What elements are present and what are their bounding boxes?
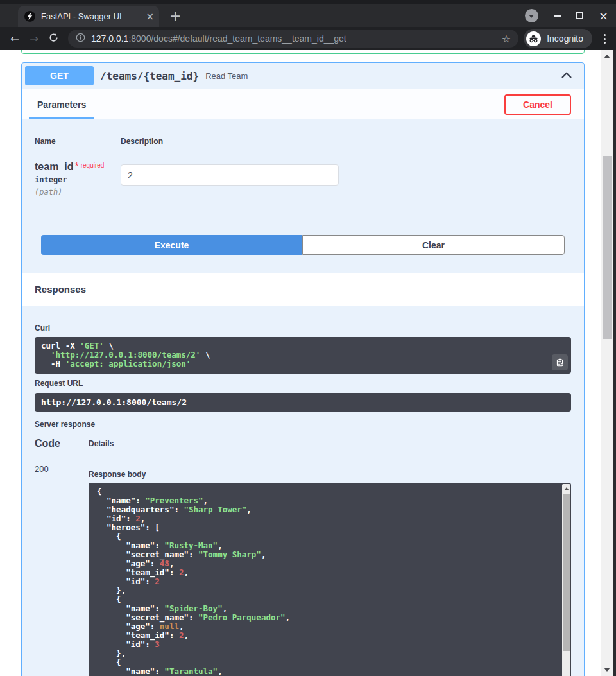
response-body-label: Response body: [89, 470, 571, 479]
response-table-header: Code Details: [35, 438, 571, 456]
incognito-badge: Incognito: [524, 29, 592, 48]
details-column-header: Details: [89, 439, 114, 448]
scroll-down-arrow-icon[interactable]: [604, 668, 610, 672]
collapse-chevron-icon[interactable]: [561, 70, 572, 82]
incognito-label: Incognito: [547, 33, 583, 44]
required-star: *: [74, 161, 78, 172]
status-code: 200: [35, 464, 89, 676]
url-host: 127.0.0.1: [91, 33, 128, 44]
request-url-label: Request URL: [35, 379, 571, 388]
response-row: 200 Response body { "name": "Preventers"…: [35, 456, 571, 676]
tab-strip: FastAPI - Swagger UI × + ×: [0, 0, 616, 27]
browser-toolbar: ← → 127.0.0.1:8000/docs#/default/read_te…: [0, 27, 616, 50]
response-details-cell: Response body { "name": "Preventers", "h…: [89, 464, 571, 676]
team-id-input[interactable]: [121, 164, 339, 186]
page-info-icon[interactable]: [76, 33, 85, 45]
reload-button[interactable]: [44, 32, 63, 45]
parameter-name: team_id: [35, 161, 73, 172]
scroll-up-arrow-icon[interactable]: [564, 487, 569, 490]
minimize-button[interactable]: [554, 15, 561, 17]
execute-row: Execute Clear: [22, 235, 584, 255]
forward-button[interactable]: →: [24, 32, 44, 45]
opblock-summary[interactable]: GET /teams/{team_id} Read Team: [22, 63, 584, 89]
parameter-row: team_id*required integer (path): [35, 152, 571, 196]
chevron-down-icon: [529, 15, 534, 18]
response-body-scrollbar[interactable]: [562, 484, 570, 676]
copy-to-clipboard-button[interactable]: [552, 354, 568, 370]
parameters-table-header: Name Description: [35, 137, 571, 152]
new-tab-button[interactable]: +: [169, 9, 181, 23]
maximize-button[interactable]: [576, 12, 583, 19]
cancel-button[interactable]: Cancel: [504, 94, 571, 115]
scrollbar-thumb[interactable]: [563, 494, 570, 651]
back-button[interactable]: ←: [5, 32, 24, 45]
minimize-icon: [554, 15, 561, 17]
code-column-header: Code: [35, 438, 89, 449]
response-body-json: { "name": "Preventers", "headquarters": …: [97, 487, 563, 676]
parameter-location: (path): [35, 187, 121, 196]
parameters-header: Parameters Cancel: [22, 89, 584, 119]
window-controls: ×: [525, 9, 608, 22]
response-body-box: { "name": "Preventers", "headquarters": …: [89, 483, 571, 676]
responses-section-header: Responses: [22, 273, 584, 306]
description-column-header: Description: [121, 137, 571, 146]
responses-section: Curl curl -X 'GET' \ 'http://127.0.0.1:8…: [22, 306, 584, 676]
tab-parameters[interactable]: Parameters: [35, 89, 89, 119]
curl-label: Curl: [35, 324, 571, 333]
tab-close-icon[interactable]: ×: [146, 11, 154, 22]
browser-chrome: FastAPI - Swagger UI × + × ← → 127.0.0.1…: [0, 0, 616, 50]
incognito-icon: [526, 31, 541, 46]
tab-title: FastAPI - Swagger UI: [41, 12, 142, 21]
scroll-up-arrow-icon[interactable]: [604, 55, 610, 58]
endpoint-summary: Read Team: [205, 71, 561, 81]
url-text: 127.0.0.1:8000/docs#/default/read_team_t…: [91, 33, 497, 44]
page-scrollbar[interactable]: [601, 50, 613, 676]
swagger-page: GET /teams/{team_id} Read Team Parameter…: [0, 50, 601, 676]
curl-command-box: curl -X 'GET' \ 'http://127.0.0.1:8000/t…: [35, 337, 571, 374]
required-label: required: [81, 162, 105, 169]
browser-tab[interactable]: FastAPI - Swagger UI ×: [18, 6, 159, 27]
fastapi-favicon-icon: [24, 11, 35, 22]
clear-button[interactable]: Clear: [302, 235, 565, 255]
request-url-box: http://127.0.0.1:8000/teams/2: [35, 393, 571, 412]
window-edge: [613, 50, 616, 676]
get-opblock: GET /teams/{team_id} Read Team Parameter…: [21, 62, 585, 676]
window-menu-button[interactable]: [525, 9, 538, 22]
close-window-button[interactable]: ×: [599, 10, 608, 22]
parameter-type: integer: [35, 175, 121, 184]
parameters-table: Name Description team_id*required intege…: [22, 119, 584, 196]
address-bar[interactable]: 127.0.0.1:8000/docs#/default/read_team_t…: [68, 30, 518, 48]
responses-title: Responses: [35, 284, 86, 295]
previous-opblock-bottom: [21, 50, 585, 54]
parameter-value-cell: [121, 161, 571, 196]
browser-menu-button[interactable]: [604, 34, 606, 44]
method-badge: GET: [25, 66, 94, 85]
curl-command: curl -X 'GET' \ 'http://127.0.0.1:8000/t…: [41, 342, 565, 368]
server-response-label: Server response: [35, 420, 571, 429]
maximize-icon: [576, 12, 583, 19]
request-url: http://127.0.0.1:8000/teams/2: [41, 397, 187, 407]
page-scrollbar-thumb[interactable]: [603, 156, 612, 339]
bookmark-star-icon[interactable]: ☆: [502, 33, 511, 45]
parameter-name-cell: team_id*required integer (path): [35, 161, 121, 196]
name-column-header: Name: [35, 137, 121, 146]
execute-button[interactable]: Execute: [41, 235, 302, 255]
endpoint-path: /teams/{team_id}: [100, 70, 199, 82]
url-path: :8000/docs#/default/read_team_teams__tea…: [128, 33, 346, 44]
